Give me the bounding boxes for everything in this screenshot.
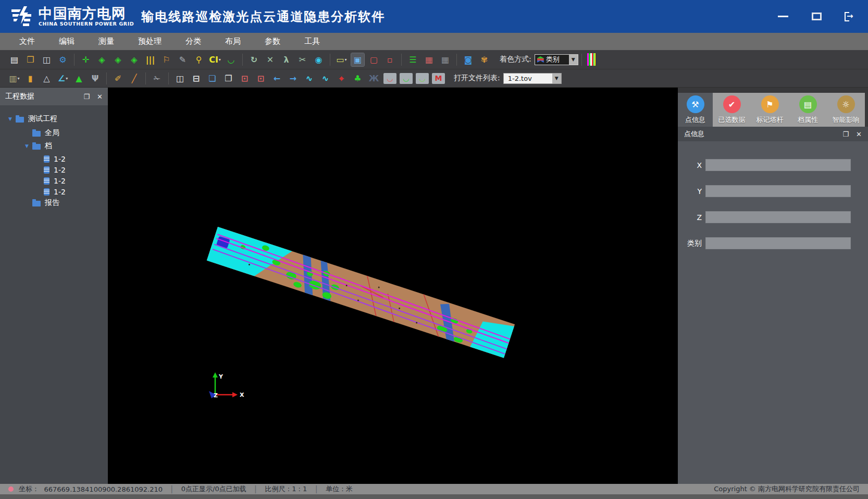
window-marker-a-icon[interactable]: ⊡ [238,72,251,85]
panel-close-icon[interactable]: ✕ [97,93,103,101]
lambda-tool-icon[interactable]: λ [280,53,293,66]
tab-智能影响[interactable]: ☼智能影响 [827,93,865,127]
tree-item-1-2-6[interactable]: 1-2 [0,187,108,197]
span-view-red-icon[interactable]: ◡ [383,73,396,84]
settings-gear-icon[interactable]: ⚙ [56,53,69,66]
select-cursor-icon[interactable]: ▣ [351,53,364,66]
rect-select-icon[interactable]: ▭▾ [335,53,348,66]
tree-item-1-2-3[interactable]: 1-2 [0,154,108,164]
field-input-类别[interactable] [705,237,851,249]
grid-remove-icon[interactable]: ▦ [423,53,436,66]
palette-icon[interactable]: ✾ [478,53,491,66]
deselect-cursor-icon[interactable]: ▢ [367,53,380,66]
coloring-dropdown-arrow-icon[interactable]: ▼ [569,55,578,65]
tab-标记塔杆[interactable]: ⚑标记塔杆 [751,93,789,127]
tree-item-1-2-4[interactable]: 1-2 [0,165,108,175]
point-cloud-strip [207,227,515,358]
menu-item-3[interactable]: 预处理 [126,33,173,50]
menu-item-4[interactable]: 分类 [173,33,213,50]
tree-expand-icon[interactable]: ▼ [25,143,32,149]
ruler-diagonal-icon[interactable]: ╱ [128,72,141,85]
classify-tool-1-icon[interactable]: ◈ [95,53,108,66]
split-horizontal-icon[interactable]: ⊟ [190,72,203,85]
ruler-vertical-icon[interactable]: ▮ [24,72,37,85]
toolbar-separator [106,72,107,84]
tower-marker-icon[interactable]: Ж [367,72,380,85]
maximize-button[interactable] [810,10,823,23]
flag-measure-icon[interactable]: ⚐ [160,53,173,66]
menu-item-5[interactable]: 布局 [213,33,253,50]
cross-tool-icon[interactable]: ✕ [264,53,277,66]
tree-expand-icon[interactable]: ▼ [8,116,16,121]
layer-stack-icon[interactable]: ☰ [406,53,419,66]
next-view-icon[interactable]: → [287,72,300,85]
open-folder-icon[interactable]: ❒ [24,53,37,66]
point-select-icon[interactable]: ▫ [383,53,396,66]
project-panel-title: 工程数据 [5,92,76,101]
grid-cursor-icon[interactable]: ▦ [439,53,452,66]
classify-tool-3-icon[interactable]: ◈ [128,53,141,66]
split-vertical-icon[interactable]: ◫ [173,72,187,85]
point-panel-restore-icon[interactable]: ❐ [842,130,849,138]
view-eye-icon[interactable]: ◉ [312,53,325,66]
tab-已选数据[interactable]: ✔已选数据 [713,93,751,127]
profile-line-b-icon[interactable]: ∿ [319,72,332,85]
area-measure-icon[interactable]: △ [40,72,53,85]
ci-tool-icon[interactable]: CI▾ [208,53,221,66]
menu-item-2[interactable]: 测量 [86,33,126,50]
tree-item-档-2[interactable]: ▼档 [0,141,108,151]
catenary-tool-icon[interactable]: ◡ [225,53,238,66]
menu-item-1[interactable]: 编辑 [47,33,86,50]
node-graph-icon[interactable]: Ψ [89,72,102,85]
classify-tool-2-icon[interactable]: ◈ [111,53,125,66]
file-list-dropdown-arrow-icon[interactable]: ▼ [552,74,561,83]
tab-点信息[interactable]: ⚒点信息 [678,93,713,127]
tree-item-报告-7[interactable]: 报告 [0,198,108,208]
viewport-3d[interactable]: Y X Z [108,88,678,484]
profile-line-a-icon[interactable]: ∿ [303,72,316,85]
minimize-button[interactable] [776,10,790,23]
new-file-icon[interactable]: ▤ [8,53,21,66]
coloring-mode-select[interactable]: 类别 ▼ [535,54,578,65]
menu-item-6[interactable]: 参数 [253,33,292,50]
span-view-green-icon[interactable]: ◡ [400,73,413,84]
profile-edit-icon[interactable]: ✎ [176,53,189,66]
point-panel-close-icon[interactable]: ✕ [856,130,862,138]
orbit-view-icon[interactable]: ↻ [247,53,261,66]
menu-item-7[interactable]: 工具 [292,33,332,50]
marker-m-icon[interactable]: M [432,73,445,84]
key-tool-icon[interactable]: ⚲ [192,53,205,66]
prev-view-icon[interactable]: ← [270,72,283,85]
tree-marker-icon[interactable]: ♣ [351,72,364,85]
tree-item-全局-1[interactable]: 全局 [0,128,108,138]
remove-bars-icon[interactable]: ||| [144,53,157,66]
exit-button[interactable]: → [843,10,857,23]
field-row-类别: 类别 [678,237,868,249]
pan-move-icon[interactable]: ✛ [79,53,92,66]
new-window-icon[interactable]: ❐ [222,72,235,85]
tab-档属性[interactable]: ▤档属性 [789,93,827,127]
snapshot-camera-icon[interactable]: ◙ [462,53,475,66]
section-remove-icon[interactable]: ✁ [151,72,164,85]
menu-item-0[interactable]: 文件 [7,33,47,50]
cut-tool-icon[interactable]: ✂ [296,53,309,66]
window-marker-b-icon[interactable]: ⊡ [254,72,267,85]
display-mode-icon[interactable]: ▥▾ [8,72,21,85]
span-view-mixed-icon[interactable]: ◡ [416,73,429,84]
file-icon [44,166,49,174]
field-input-Z[interactable] [705,211,851,223]
location-pin-icon[interactable]: ⌖ [335,72,348,85]
field-input-X[interactable] [705,159,851,171]
panel-restore-icon[interactable]: ❐ [83,93,90,101]
colorbar-icon[interactable] [587,53,596,66]
north-arrow-icon[interactable]: ▲ [72,72,85,85]
tree-item-测试工程-0[interactable]: ▼测试工程 [0,114,108,124]
file-list-select[interactable]: 1-2.tov ▼ [503,73,562,84]
tree-item-1-2-5[interactable]: 1-2 [0,176,108,186]
clean-broom-icon[interactable]: ✐ [111,72,125,85]
save-icon[interactable]: ◫ [40,53,53,66]
angle-measure-icon[interactable]: ∠▾ [56,72,69,85]
coordinates-label: 坐标 : [19,484,37,494]
field-input-Y[interactable] [705,185,851,197]
cascade-windows-icon[interactable]: ❏ [206,72,219,85]
